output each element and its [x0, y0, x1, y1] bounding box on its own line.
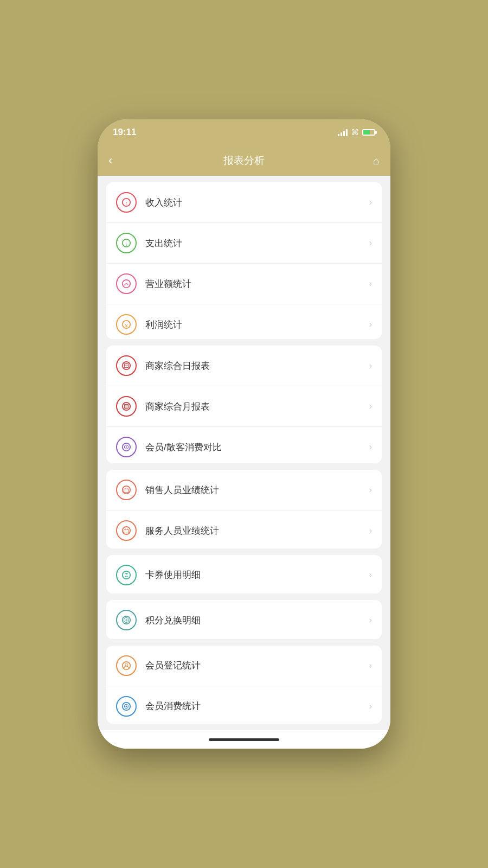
home-button[interactable]: ⌂ — [373, 155, 380, 167]
svg-rect-8 — [124, 364, 128, 368]
chevron-icon: › — [369, 279, 372, 289]
service-perf-label: 服务人员业绩统计 — [145, 525, 369, 537]
list-item[interactable]: ↑ 收入统计 › — [106, 182, 382, 223]
chevron-icon: › — [369, 661, 372, 671]
list-item[interactable]: 服务人员业绩统计 › — [106, 510, 382, 548]
card-detail-icon — [116, 565, 137, 585]
expense-label: 支出统计 — [145, 237, 369, 250]
svg-text:↑: ↑ — [125, 200, 127, 206]
service-perf-icon — [116, 520, 137, 541]
home-indicator — [98, 730, 390, 749]
monthly-report-label: 商家综合月报表 — [145, 400, 369, 413]
phone-frame: 19:11 ⌘ ‹ 报表分析 ⌂ ↑ 收入统计 — [98, 119, 390, 749]
svg-point-16 — [126, 446, 127, 448]
income-icon: ↑ — [116, 192, 137, 213]
svg-point-31 — [125, 663, 128, 666]
back-button[interactable]: ‹ — [108, 154, 112, 168]
card-detail-label: 卡券使用明细 — [145, 569, 369, 581]
svg-point-25 — [123, 571, 130, 578]
svg-rect-18 — [124, 489, 129, 492]
points-detail-icon — [116, 610, 137, 630]
chevron-icon: › — [369, 401, 372, 411]
list-item[interactable]: ¥ 利润统计 › — [106, 304, 382, 339]
home-bar — [209, 738, 279, 741]
wifi-icon: ⌘ — [351, 127, 359, 137]
svg-rect-11 — [124, 405, 128, 409]
member-consume-label: 会员消费统计 — [145, 700, 369, 712]
list-item[interactable]: 会员登记统计 › — [106, 646, 382, 686]
chevron-icon: › — [369, 485, 372, 495]
chevron-icon: › — [369, 320, 372, 329]
list-item[interactable]: 营业额统计 › — [106, 264, 382, 304]
menu-group-1: ↑ 收入统计 › ↓ 支出统计 › 营业额统计 › — [106, 182, 382, 339]
chevron-icon: › — [369, 615, 372, 625]
chevron-icon: › — [369, 442, 372, 452]
chevron-icon: › — [369, 701, 372, 711]
chevron-icon: › — [369, 526, 372, 535]
sales-perf-icon — [116, 480, 137, 500]
list-item[interactable]: 会员/散客消费对比 › — [106, 427, 382, 463]
status-bar: 19:11 ⌘ — [98, 119, 390, 145]
menu-group-2: 商家综合日报表 › 商家综合月报表 › 会员/散客消费对比 › — [106, 346, 382, 463]
chevron-icon: › — [369, 238, 372, 248]
chevron-icon: › — [369, 361, 372, 371]
content-area: ↑ 收入统计 › ↓ 支出统计 › 营业额统计 › — [98, 176, 390, 730]
menu-group-3: 销售人员业绩统计 › 服务人员业绩统计 › — [106, 470, 382, 548]
list-item[interactable]: 商家综合日报表 › — [106, 346, 382, 386]
svg-point-10 — [123, 403, 130, 410]
list-item[interactable]: 商家综合月报表 › — [106, 386, 382, 427]
monthly-report-icon — [116, 396, 137, 417]
member-compare-label: 会员/散客消费对比 — [145, 441, 369, 454]
list-item[interactable]: 卡券使用明细 › — [106, 555, 382, 594]
member-register-icon — [116, 655, 137, 676]
svg-text:¥: ¥ — [124, 322, 128, 328]
menu-group-6: 会员登记统计 › 会员消费统计 › — [106, 646, 382, 724]
member-register-label: 会员登记统计 — [145, 659, 369, 672]
revenue-icon — [116, 273, 137, 294]
list-item[interactable]: 销售人员业绩统计 › — [106, 470, 382, 510]
svg-rect-22 — [124, 529, 129, 533]
member-consume-icon — [116, 696, 137, 717]
sales-perf-label: 销售人员业绩统计 — [145, 484, 369, 496]
daily-report-icon — [116, 355, 137, 376]
nav-title: 报表分析 — [223, 154, 265, 168]
points-detail-label: 积分兑换明细 — [145, 614, 369, 627]
chevron-icon: › — [369, 570, 372, 580]
list-item[interactable]: 积分兑换明细 › — [106, 600, 382, 639]
chevron-icon: › — [369, 197, 372, 207]
revenue-label: 营业额统计 — [145, 278, 369, 290]
list-item[interactable]: ↓ 支出统计 › — [106, 223, 382, 264]
menu-group-4: 卡券使用明细 › — [106, 555, 382, 594]
income-label: 收入统计 — [145, 196, 369, 209]
status-time: 19:11 — [113, 127, 136, 138]
svg-point-34 — [125, 705, 127, 707]
member-compare-icon — [116, 437, 137, 457]
signal-icon — [338, 129, 348, 136]
menu-group-5: 积分兑换明细 › — [106, 600, 382, 639]
nav-bar: ‹ 报表分析 ⌂ — [98, 145, 390, 176]
list-item[interactable]: 会员消费统计 › — [106, 686, 382, 724]
profit-icon: ¥ — [116, 314, 137, 335]
expense-icon: ↓ — [116, 233, 137, 253]
profit-label: 利润统计 — [145, 318, 369, 331]
battery-icon — [362, 129, 375, 136]
status-icons: ⌘ — [338, 127, 375, 137]
svg-text:↓: ↓ — [125, 240, 127, 247]
svg-point-7 — [123, 362, 130, 369]
daily-report-label: 商家综合日报表 — [145, 360, 369, 372]
